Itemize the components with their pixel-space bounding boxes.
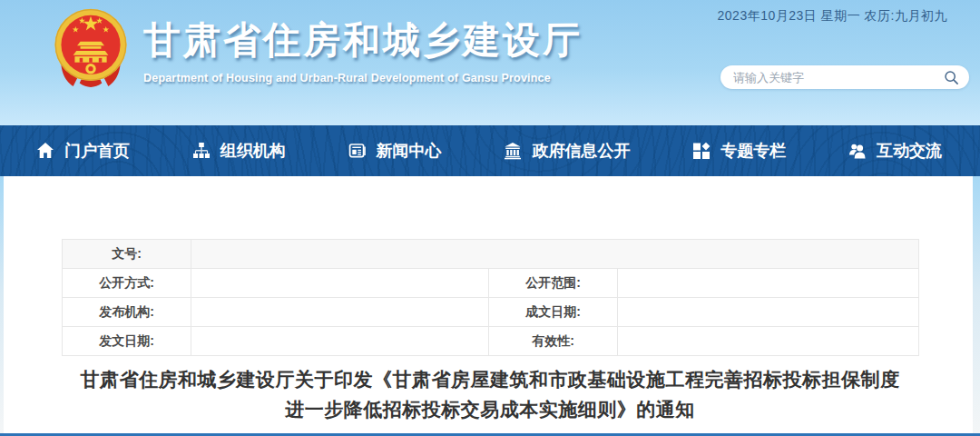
meta-value — [618, 298, 919, 327]
nav-item-label: 互动交流 — [877, 140, 942, 162]
site-header: 2023年10月23日 星期一 农历:九月初九 — [0, 0, 980, 125]
site-brand: 甘肃省住房和城乡建设厅 Department of Housing and Ur… — [51, 6, 583, 101]
meta-label: 公开方式: — [63, 269, 191, 298]
meta-value — [191, 269, 489, 298]
nav-item-label: 专题专栏 — [720, 140, 786, 162]
search-input[interactable] — [733, 71, 944, 84]
meta-label: 成文日期: — [489, 298, 618, 327]
topics-grid-icon — [692, 142, 710, 160]
meta-label: 有效性: — [489, 327, 618, 356]
site-title-english: Department of Housing and Urban-Rural De… — [143, 72, 583, 84]
main-nav: 门户首页 组织机构 — [0, 125, 980, 176]
nav-item-label: 政府信息公开 — [532, 140, 630, 162]
national-emblem-icon — [51, 6, 131, 101]
meta-label: 文号: — [63, 240, 191, 269]
table-row: 发文日期: 有效性: — [63, 327, 919, 356]
newspaper-icon — [348, 142, 367, 160]
page-root: 2023年10月23日 星期一 农历:九月初九 — [0, 0, 980, 436]
nav-item-label: 组织机构 — [220, 140, 286, 162]
meta-label: 发布机构: — [63, 298, 191, 327]
table-row: 公开方式: 公开范围: — [63, 269, 919, 298]
people-icon — [848, 142, 867, 160]
content-area: 文号: 公开方式: 公开范围: 发布机构: 成文日期: 发文日期: 有效性: — [0, 176, 980, 436]
table-row: 文号: — [63, 240, 919, 269]
search-icon[interactable] — [944, 70, 959, 85]
home-icon — [36, 142, 54, 160]
meta-value — [618, 269, 919, 298]
meta-label: 发文日期: — [63, 327, 191, 356]
date-line: 2023年10月23日 星期一 农历:九月初九 — [718, 8, 947, 25]
sitemap-icon — [192, 142, 211, 160]
gov-building-icon — [504, 142, 522, 160]
nav-item-news[interactable]: 新闻中心 — [348, 140, 442, 162]
nav-item-organization[interactable]: 组织机构 — [192, 140, 286, 162]
nav-item-topics[interactable]: 专题专栏 — [692, 140, 786, 162]
meta-value — [191, 240, 919, 269]
meta-value — [191, 298, 489, 327]
document-meta-table: 文号: 公开方式: 公开范围: 发布机构: 成文日期: 发文日期: 有效性: — [62, 239, 919, 356]
nav-item-label: 门户首页 — [64, 140, 130, 162]
brand-text: 甘肃省住房和城乡建设厅 Department of Housing and Ur… — [143, 6, 583, 84]
table-row: 发布机构: 成文日期: — [63, 298, 919, 327]
meta-value — [191, 327, 489, 356]
search-box[interactable] — [720, 65, 969, 89]
document-title: 甘肃省住房和城乡建设厅关于印发《甘肃省房屋建筑和市政基础设施工程完善招标投标担保… — [0, 364, 980, 424]
nav-item-home[interactable]: 门户首页 — [36, 140, 130, 162]
nav-item-interaction[interactable]: 互动交流 — [848, 140, 942, 162]
meta-label: 公开范围: — [489, 269, 618, 298]
nav-item-gov-info[interactable]: 政府信息公开 — [504, 140, 630, 162]
meta-value — [618, 327, 919, 356]
site-title: 甘肃省住房和城乡建设厅 — [143, 15, 583, 65]
nav-item-label: 新闻中心 — [377, 140, 442, 162]
